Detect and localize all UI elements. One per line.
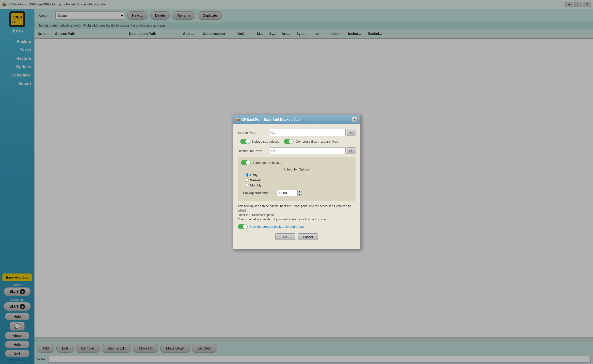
monthly-radio-item: Monthly (246, 183, 353, 187)
monthly-radio[interactable] (246, 184, 249, 187)
modal-body: Source Path: >> Include sub-folders Comp… (233, 124, 360, 249)
dest-path-input[interactable] (270, 147, 346, 154)
compress-toggle-item: Compress files in zip archives (284, 139, 338, 144)
start-now-toggle-knob (243, 224, 247, 229)
schedule-toggle[interactable] (241, 160, 251, 165)
modal-titlebar: 📦 GRBackPro - Easy Add Backup Job ✕ (233, 115, 360, 124)
daily-label: Daily (250, 173, 257, 177)
time-up-button[interactable]: ▲ (297, 190, 302, 193)
time-input-wrap: ▲ ▼ (277, 190, 302, 196)
dest-browse-button[interactable]: >> (347, 147, 355, 154)
toggle-knob-subfolders (245, 139, 250, 144)
schedule-label: Schedule the backup (253, 161, 282, 165)
include-subfolders-toggle-item: Include sub-folders (240, 139, 279, 144)
scheduler-options-label: Scheduler Options (241, 167, 353, 171)
modal-ok-button[interactable]: OK (275, 233, 295, 240)
daily-radio[interactable] (246, 173, 249, 177)
modal-title: 📦 GRBackPro - Easy Add Backup Job (236, 118, 300, 121)
schedule-toggle-knob (246, 160, 250, 165)
daily-radio-item: Daily (246, 173, 353, 177)
time-input[interactable] (277, 190, 297, 196)
include-subfolders-toggle[interactable] (240, 139, 250, 144)
time-label: Backup start time: (243, 191, 275, 195)
info-text-content: This backup Job can be edited under the … (238, 204, 352, 221)
source-path-label: Source Path: (238, 131, 270, 135)
source-browse-button[interactable]: >> (347, 129, 355, 136)
frequency-radio-group: Daily Weekly Monthly (241, 173, 353, 187)
toggle-knob-compress (289, 139, 293, 144)
compress-label: Compress files in zip archives (296, 140, 338, 143)
time-spinner: ▲ ▼ (297, 190, 302, 196)
compress-toggle[interactable] (284, 139, 294, 144)
modal-footer: OK Cancel (238, 231, 355, 244)
dest-path-label: Destination Path: (238, 149, 270, 153)
schedule-toggle-row: Schedule the backup (241, 160, 353, 165)
modal-dialog: 📦 GRBackPro - Easy Add Backup Job ✕ Sour… (233, 115, 361, 249)
dest-path-row: Destination Path: >> (238, 147, 355, 154)
source-path-input[interactable] (270, 129, 346, 136)
weekly-radio-item: Weekly (246, 178, 353, 182)
modal-info-text: This backup Job can be edited under the … (238, 204, 355, 222)
start-now-link[interactable]: Start the created backup Job right now (250, 225, 305, 228)
include-subfolders-label: Include sub-folders (252, 140, 279, 143)
weekly-label: Weekly (250, 178, 261, 182)
modal-close-button[interactable]: ✕ (352, 117, 357, 122)
modal-overlay: 📦 GRBackPro - Easy Add Backup Job ✕ Sour… (0, 0, 593, 364)
weekly-radio[interactable] (246, 179, 249, 182)
modal-title-text: GRBackPro - Easy Add Backup Job (241, 118, 300, 121)
time-row: Backup start time: ▲ ▼ (241, 190, 353, 196)
start-now-row: Start the created backup Job right now (238, 224, 355, 229)
modal-icon: 📦 (236, 118, 240, 121)
time-down-button[interactable]: ▼ (297, 193, 302, 196)
scheduler-section: Schedule the backup Scheduler Options Da… (238, 157, 355, 201)
modal-cancel-button[interactable]: Cancel (298, 233, 318, 240)
start-now-toggle[interactable] (238, 224, 248, 229)
toggle-row-1: Include sub-folders Compress files in zi… (238, 139, 355, 144)
source-path-row: Source Path: >> (238, 129, 355, 136)
monthly-label: Monthly (250, 183, 262, 187)
